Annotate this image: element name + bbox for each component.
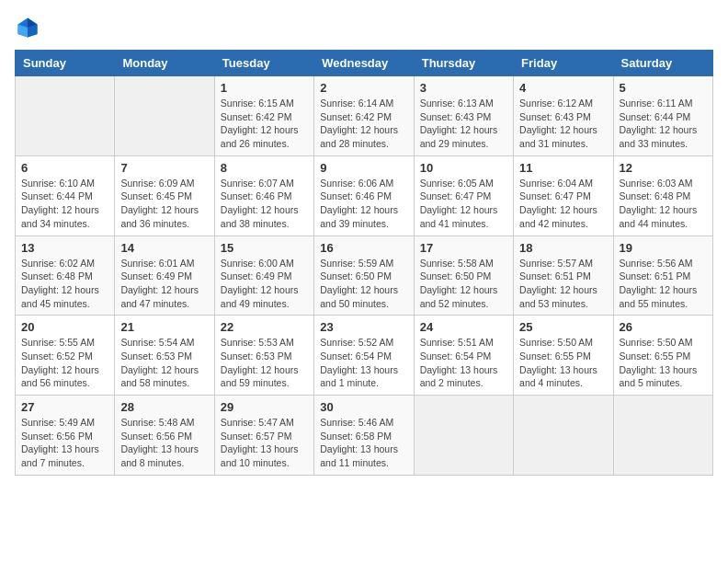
day-cell	[16, 76, 115, 156]
day-cell: 14Sunrise: 6:01 AMSunset: 6:49 PMDayligh…	[115, 236, 214, 316]
day-number: 23	[320, 320, 407, 334]
day-cell: 24Sunrise: 5:51 AMSunset: 6:54 PMDayligh…	[414, 316, 513, 396]
day-info: Sunrise: 5:48 AMSunset: 6:56 PMDaylight:…	[120, 416, 208, 470]
day-info: Sunrise: 6:10 AMSunset: 6:44 PMDaylight:…	[21, 177, 108, 231]
day-number: 27	[21, 400, 108, 414]
weekday-header-row: SundayMondayTuesdayWednesdayThursdayFrid…	[16, 51, 713, 76]
day-cell: 17Sunrise: 5:58 AMSunset: 6:50 PMDayligh…	[414, 236, 513, 316]
weekday-header-sunday: Sunday	[16, 51, 115, 76]
day-cell: 26Sunrise: 5:50 AMSunset: 6:55 PMDayligh…	[613, 316, 712, 396]
day-number: 25	[519, 320, 607, 334]
day-number: 9	[320, 161, 407, 175]
day-info: Sunrise: 5:55 AMSunset: 6:52 PMDaylight:…	[21, 336, 108, 390]
day-cell: 11Sunrise: 6:04 AMSunset: 6:47 PMDayligh…	[514, 155, 613, 236]
weekday-header-friday: Friday	[514, 51, 613, 76]
day-info: Sunrise: 6:00 AMSunset: 6:49 PMDaylight:…	[221, 257, 308, 311]
day-info: Sunrise: 5:54 AMSunset: 6:53 PMDaylight:…	[120, 336, 208, 390]
day-cell: 18Sunrise: 5:57 AMSunset: 6:51 PMDayligh…	[514, 236, 613, 316]
weekday-header-tuesday: Tuesday	[214, 51, 313, 76]
day-cell: 10Sunrise: 6:05 AMSunset: 6:47 PMDayligh…	[414, 155, 513, 236]
header	[15, 15, 713, 40]
day-number: 14	[120, 241, 208, 255]
day-number: 5	[620, 81, 707, 95]
day-info: Sunrise: 5:50 AMSunset: 6:55 PMDaylight:…	[519, 336, 607, 390]
day-info: Sunrise: 6:01 AMSunset: 6:49 PMDaylight:…	[120, 257, 208, 311]
logo-icon	[15, 15, 40, 40]
day-info: Sunrise: 6:02 AMSunset: 6:48 PMDaylight:…	[21, 257, 108, 311]
day-number: 2	[320, 81, 407, 95]
day-cell	[115, 76, 214, 156]
week-row-5: 27Sunrise: 5:49 AMSunset: 6:56 PMDayligh…	[16, 396, 713, 476]
day-number: 13	[21, 241, 108, 255]
day-cell: 12Sunrise: 6:03 AMSunset: 6:48 PMDayligh…	[613, 155, 712, 236]
day-number: 29	[221, 400, 308, 414]
day-info: Sunrise: 6:03 AMSunset: 6:48 PMDaylight:…	[620, 177, 707, 231]
day-cell: 1Sunrise: 6:15 AMSunset: 6:42 PMDaylight…	[214, 76, 313, 156]
day-cell: 15Sunrise: 6:00 AMSunset: 6:49 PMDayligh…	[214, 236, 313, 316]
weekday-header-wednesday: Wednesday	[314, 51, 414, 76]
day-number: 1	[221, 81, 308, 95]
day-info: Sunrise: 6:14 AMSunset: 6:42 PMDaylight:…	[320, 97, 407, 151]
day-cell: 21Sunrise: 5:54 AMSunset: 6:53 PMDayligh…	[115, 316, 214, 396]
day-cell: 23Sunrise: 5:52 AMSunset: 6:54 PMDayligh…	[314, 316, 414, 396]
day-cell: 7Sunrise: 6:09 AMSunset: 6:45 PMDaylight…	[115, 155, 214, 236]
week-row-1: 1Sunrise: 6:15 AMSunset: 6:42 PMDaylight…	[16, 76, 713, 156]
day-number: 3	[420, 81, 507, 95]
day-number: 12	[620, 161, 707, 175]
day-number: 4	[519, 81, 607, 95]
day-number: 10	[420, 161, 507, 175]
day-info: Sunrise: 5:53 AMSunset: 6:53 PMDaylight:…	[221, 336, 308, 390]
day-cell: 13Sunrise: 6:02 AMSunset: 6:48 PMDayligh…	[16, 236, 115, 316]
day-info: Sunrise: 5:58 AMSunset: 6:50 PMDaylight:…	[420, 257, 507, 311]
logo	[15, 15, 44, 40]
day-info: Sunrise: 5:46 AMSunset: 6:58 PMDaylight:…	[320, 416, 407, 470]
day-info: Sunrise: 5:59 AMSunset: 6:50 PMDaylight:…	[320, 257, 407, 311]
day-cell: 20Sunrise: 5:55 AMSunset: 6:52 PMDayligh…	[16, 316, 115, 396]
day-cell: 16Sunrise: 5:59 AMSunset: 6:50 PMDayligh…	[314, 236, 414, 316]
day-info: Sunrise: 5:50 AMSunset: 6:55 PMDaylight:…	[620, 336, 707, 390]
day-number: 19	[620, 241, 707, 255]
day-cell: 3Sunrise: 6:13 AMSunset: 6:43 PMDaylight…	[414, 76, 513, 156]
day-number: 24	[420, 320, 507, 334]
day-info: Sunrise: 5:56 AMSunset: 6:51 PMDaylight:…	[620, 257, 707, 311]
day-cell: 9Sunrise: 6:06 AMSunset: 6:46 PMDaylight…	[314, 155, 414, 236]
day-cell: 30Sunrise: 5:46 AMSunset: 6:58 PMDayligh…	[314, 396, 414, 476]
day-cell: 22Sunrise: 5:53 AMSunset: 6:53 PMDayligh…	[214, 316, 313, 396]
day-number: 28	[120, 400, 208, 414]
day-cell: 28Sunrise: 5:48 AMSunset: 6:56 PMDayligh…	[115, 396, 214, 476]
calendar-table: SundayMondayTuesdayWednesdayThursdayFrid…	[15, 50, 713, 476]
day-number: 20	[21, 320, 108, 334]
day-cell: 6Sunrise: 6:10 AMSunset: 6:44 PMDaylight…	[16, 155, 115, 236]
day-cell	[613, 396, 712, 476]
day-cell: 5Sunrise: 6:11 AMSunset: 6:44 PMDaylight…	[613, 76, 712, 156]
day-info: Sunrise: 6:05 AMSunset: 6:47 PMDaylight:…	[420, 177, 507, 231]
day-info: Sunrise: 5:51 AMSunset: 6:54 PMDaylight:…	[420, 336, 507, 390]
day-cell: 4Sunrise: 6:12 AMSunset: 6:43 PMDaylight…	[514, 76, 613, 156]
day-cell: 27Sunrise: 5:49 AMSunset: 6:56 PMDayligh…	[16, 396, 115, 476]
day-info: Sunrise: 6:12 AMSunset: 6:43 PMDaylight:…	[519, 97, 607, 151]
day-number: 17	[420, 241, 507, 255]
day-info: Sunrise: 6:11 AMSunset: 6:44 PMDaylight:…	[620, 97, 707, 151]
day-info: Sunrise: 6:06 AMSunset: 6:46 PMDaylight:…	[320, 177, 407, 231]
day-cell: 8Sunrise: 6:07 AMSunset: 6:46 PMDaylight…	[214, 155, 313, 236]
day-cell: 19Sunrise: 5:56 AMSunset: 6:51 PMDayligh…	[613, 236, 712, 316]
day-info: Sunrise: 6:07 AMSunset: 6:46 PMDaylight:…	[221, 177, 308, 231]
weekday-header-thursday: Thursday	[414, 51, 513, 76]
day-number: 7	[120, 161, 208, 175]
day-number: 30	[320, 400, 407, 414]
week-row-3: 13Sunrise: 6:02 AMSunset: 6:48 PMDayligh…	[16, 236, 713, 316]
day-cell: 25Sunrise: 5:50 AMSunset: 6:55 PMDayligh…	[514, 316, 613, 396]
day-number: 26	[620, 320, 707, 334]
day-number: 8	[221, 161, 308, 175]
day-number: 18	[519, 241, 607, 255]
week-row-2: 6Sunrise: 6:10 AMSunset: 6:44 PMDaylight…	[16, 155, 713, 236]
day-number: 6	[21, 161, 108, 175]
day-cell: 2Sunrise: 6:14 AMSunset: 6:42 PMDaylight…	[314, 76, 414, 156]
day-number: 21	[120, 320, 208, 334]
day-info: Sunrise: 6:04 AMSunset: 6:47 PMDaylight:…	[519, 177, 607, 231]
day-cell: 29Sunrise: 5:47 AMSunset: 6:57 PMDayligh…	[214, 396, 313, 476]
day-info: Sunrise: 6:09 AMSunset: 6:45 PMDaylight:…	[120, 177, 208, 231]
week-row-4: 20Sunrise: 5:55 AMSunset: 6:52 PMDayligh…	[16, 316, 713, 396]
day-cell	[514, 396, 613, 476]
day-info: Sunrise: 6:13 AMSunset: 6:43 PMDaylight:…	[420, 97, 507, 151]
